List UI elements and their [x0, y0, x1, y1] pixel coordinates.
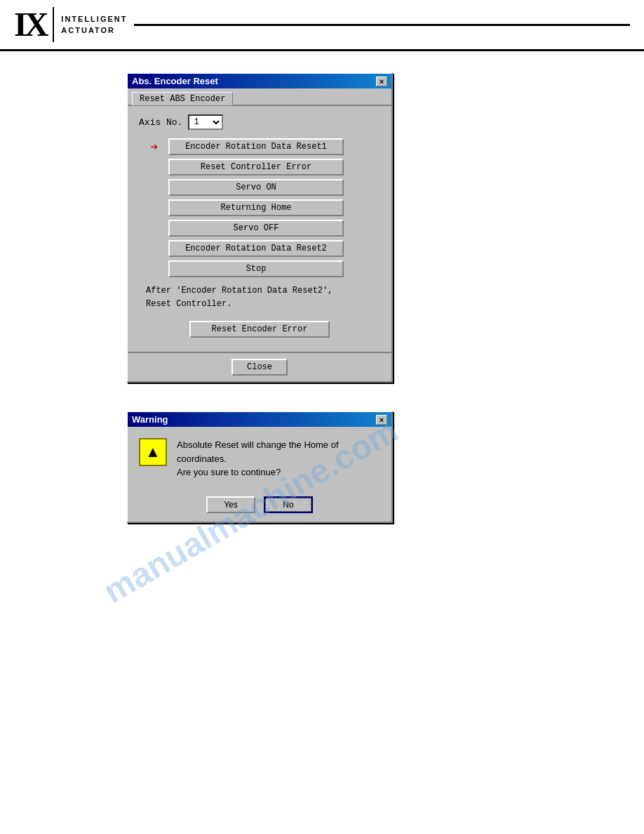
- axis-row: Axis No. 1 2 3 4: [139, 114, 380, 130]
- no-button[interactable]: No: [264, 496, 313, 513]
- page-header: IX INTELLIGENT ACTUATOR: [0, 0, 644, 51]
- yes-button[interactable]: Yes: [206, 496, 255, 513]
- btn-row-4: ➔ Returning Home: [146, 199, 373, 216]
- btn-row-1: ➔ Encoder Rotation Data Reset1: [146, 138, 373, 155]
- dialog-tab-bar: Reset ABS Encoder: [128, 88, 391, 106]
- main-dialog-title: Abs. Encoder Reset: [132, 76, 218, 86]
- encoder-rotation-reset2-button[interactable]: Encoder Rotation Data Reset2: [168, 240, 344, 257]
- warning-dialog-title: Warning: [132, 414, 168, 425]
- reset-abs-encoder-tab[interactable]: Reset ABS Encoder: [132, 92, 233, 105]
- warning-dialog-body: ▲ Absolute Reset will change the Home of…: [128, 427, 391, 491]
- encoder-rotation-reset1-button[interactable]: Encoder Rotation Data Reset1: [168, 138, 344, 155]
- reset-encoder-error-button[interactable]: Reset Encoder Error: [189, 321, 330, 338]
- axis-select[interactable]: 1 2 3 4: [188, 114, 223, 130]
- btn-row-7: ➔ Stop: [146, 260, 373, 277]
- abs-encoder-reset-dialog: Abs. Encoder Reset × Reset ABS Encoder A…: [126, 72, 393, 383]
- main-dialog-footer: Close: [128, 352, 391, 381]
- close-button[interactable]: Close: [232, 359, 288, 376]
- servo-on-button[interactable]: Servo ON: [168, 179, 344, 196]
- logo-subtitle: INTELLIGENT ACTUATOR: [61, 13, 127, 37]
- logo: IX INTELLIGENT ACTUATOR: [14, 7, 127, 42]
- warning-message: Absolute Reset will change the Home of c…: [177, 438, 380, 479]
- btn-row-6: ➔ Encoder Rotation Data Reset2: [146, 240, 373, 257]
- info-text: After 'Encoder Rotation Data Reset2', Re…: [139, 284, 380, 311]
- warning-dialog-close-icon[interactable]: ×: [376, 415, 387, 425]
- arrow-indicator: ➔: [146, 139, 163, 154]
- btn-row-5: ➔ Servo OFF: [146, 220, 373, 237]
- header-line: [134, 24, 630, 26]
- logo-ix-text: IX: [14, 8, 46, 41]
- reset-encoder-error-area: Reset Encoder Error: [139, 318, 380, 343]
- main-dialog-title-bar: Abs. Encoder Reset ×: [128, 74, 391, 88]
- action-buttons-area: ➔ Encoder Rotation Data Reset1 ➔ Reset C…: [139, 138, 380, 277]
- warning-dialog: Warning × ▲ Absolute Reset will change t…: [126, 411, 393, 523]
- btn-row-2: ➔ Reset Controller Error: [146, 159, 373, 176]
- servo-off-button[interactable]: Servo OFF: [168, 220, 344, 237]
- warning-icon: ▲: [139, 438, 167, 466]
- returning-home-button[interactable]: Returning Home: [168, 199, 344, 216]
- warning-dialog-title-bar: Warning ×: [128, 412, 391, 427]
- main-dialog-close-icon[interactable]: ×: [376, 77, 387, 86]
- warning-dialog-buttons: Yes No: [128, 491, 391, 522]
- logo-divider: [53, 7, 54, 42]
- reset-controller-error-button[interactable]: Reset Controller Error: [168, 159, 344, 176]
- main-dialog-body: Axis No. 1 2 3 4 ➔ Encoder Rotation Data…: [128, 106, 391, 352]
- stop-button[interactable]: Stop: [168, 260, 344, 277]
- btn-row-3: ➔ Servo ON: [146, 179, 373, 196]
- axis-no-label: Axis No.: [139, 117, 182, 128]
- dialogs-area: Abs. Encoder Reset × Reset ABS Encoder A…: [42, 72, 644, 523]
